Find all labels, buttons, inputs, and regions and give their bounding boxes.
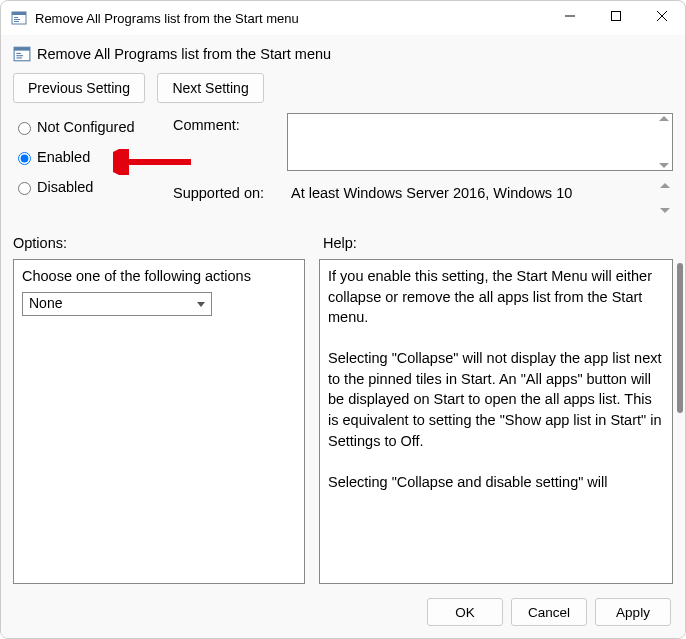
- supported-label: Supported on:: [173, 181, 287, 201]
- content: Remove All Programs list from the Start …: [1, 35, 685, 588]
- radio-disabled[interactable]: Disabled: [13, 179, 173, 195]
- comment-textarea[interactable]: [287, 113, 673, 171]
- scroll-up-icon: [659, 116, 669, 121]
- titlebar: Remove All Programs list from the Start …: [1, 1, 685, 35]
- apply-button[interactable]: Apply: [595, 598, 671, 626]
- svg-rect-4: [14, 21, 19, 22]
- supported-scrollbar[interactable]: [659, 183, 671, 213]
- svg-rect-6: [612, 12, 621, 21]
- scroll-down-icon: [659, 163, 669, 168]
- svg-rect-10: [14, 47, 30, 50]
- svg-rect-13: [16, 57, 22, 58]
- window-controls: [547, 1, 685, 35]
- radio-enabled[interactable]: Enabled: [13, 149, 173, 165]
- svg-rect-3: [14, 19, 20, 20]
- svg-rect-1: [12, 12, 26, 15]
- comment-label: Comment:: [173, 113, 287, 133]
- help-scrollbar[interactable]: [677, 263, 683, 413]
- settings-area: Not Configured Enabled Disabled Comment:: [13, 113, 673, 225]
- policy-icon: [11, 10, 27, 26]
- svg-rect-11: [16, 53, 21, 54]
- maximize-button[interactable]: [593, 1, 639, 31]
- radio-not-configured-input[interactable]: [18, 122, 31, 135]
- radio-enabled-input[interactable]: [18, 152, 31, 165]
- comment-row: Comment:: [173, 113, 673, 171]
- supported-row: Supported on: At least Windows Server 20…: [173, 181, 673, 215]
- panes: Choose one of the following actions None…: [13, 259, 673, 584]
- scroll-up-icon: [660, 183, 670, 188]
- help-pane[interactable]: If you enable this setting, the Start Me…: [319, 259, 673, 584]
- pane-labels: Options: Help:: [13, 235, 673, 251]
- radio-disabled-label: Disabled: [37, 179, 93, 195]
- cancel-button[interactable]: Cancel: [511, 598, 587, 626]
- minimize-button[interactable]: [547, 1, 593, 31]
- options-action-select[interactable]: None: [22, 292, 212, 316]
- options-label: Options:: [13, 235, 305, 251]
- supported-value: At least Windows Server 2016, Windows 10: [291, 185, 572, 201]
- supported-value-box: At least Windows Server 2016, Windows 10: [287, 181, 673, 215]
- svg-rect-12: [16, 55, 23, 56]
- next-setting-button[interactable]: Next Setting: [157, 73, 263, 103]
- ok-button[interactable]: OK: [427, 598, 503, 626]
- help-label: Help:: [305, 235, 673, 251]
- header-row: Remove All Programs list from the Start …: [13, 45, 673, 63]
- radio-enabled-label: Enabled: [37, 149, 90, 165]
- svg-rect-2: [14, 17, 18, 18]
- scroll-down-icon: [660, 208, 670, 213]
- options-selected-value: None: [29, 295, 62, 311]
- policy-icon: [13, 45, 31, 63]
- radio-not-configured-label: Not Configured: [37, 119, 135, 135]
- fields-col: Comment: Supported on: At least Windows …: [173, 113, 673, 225]
- previous-setting-button[interactable]: Previous Setting: [13, 73, 145, 103]
- page-title: Remove All Programs list from the Start …: [37, 46, 331, 62]
- nav-row: Previous Setting Next Setting: [13, 73, 673, 103]
- help-wrap: If you enable this setting, the Start Me…: [305, 259, 673, 584]
- state-radios: Not Configured Enabled Disabled: [13, 113, 173, 225]
- close-button[interactable]: [639, 1, 685, 31]
- footer: OK Cancel Apply: [1, 588, 685, 638]
- options-instruction: Choose one of the following actions: [22, 268, 296, 284]
- options-pane: Choose one of the following actions None: [13, 259, 305, 584]
- comment-scrollbar[interactable]: [658, 116, 670, 168]
- radio-not-configured[interactable]: Not Configured: [13, 119, 173, 135]
- window-title: Remove All Programs list from the Start …: [35, 11, 547, 26]
- radio-disabled-input[interactable]: [18, 182, 31, 195]
